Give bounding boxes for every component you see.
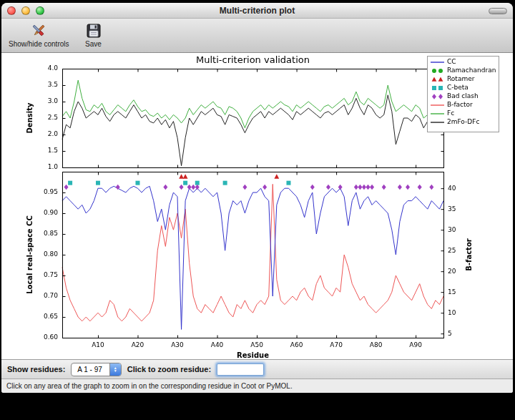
plot-area <box>1 53 513 359</box>
stepper-arrows-icon: ▲▼ <box>109 363 121 376</box>
multi-criterion-plot-window: Multi-criterion plot Show/hide controls <box>1 3 513 393</box>
save-icon <box>85 21 102 40</box>
show-hide-controls-label: Show/hide controls <box>9 40 69 48</box>
maximize-button[interactable] <box>36 6 44 15</box>
save-button[interactable]: Save <box>84 20 104 49</box>
show-hide-controls-button[interactable]: Show/hide controls <box>7 20 71 49</box>
zoom-residue-label: Click to zoom residue: <box>127 365 211 373</box>
titlebar[interactable]: Multi-criterion plot <box>1 3 513 19</box>
save-label: Save <box>85 40 102 48</box>
toolbar: Show/hide controls Save <box>1 19 513 53</box>
zoom-residue-input[interactable] <box>217 363 264 376</box>
traffic-lights <box>7 6 44 15</box>
validation-plot-canvas[interactable] <box>1 53 513 359</box>
tools-icon <box>30 21 47 40</box>
status-bar: Click on any area of the graph to zoom i… <box>1 379 513 393</box>
window-title: Multi-criterion plot <box>220 6 295 16</box>
show-residues-label: Show residues: <box>7 365 65 373</box>
controls-bar: Show residues: A 1 - 97 ▲▼ Click to zoom… <box>1 359 513 379</box>
residue-range-select[interactable]: A 1 - 97 ▲▼ <box>71 363 121 376</box>
residue-range-value: A 1 - 97 <box>72 363 109 376</box>
toolbar-toggle-capsule-button[interactable] <box>489 8 507 14</box>
close-button[interactable] <box>7 6 16 15</box>
status-text: Click on any area of the graph to zoom i… <box>6 382 293 390</box>
minimize-button[interactable] <box>21 6 30 15</box>
